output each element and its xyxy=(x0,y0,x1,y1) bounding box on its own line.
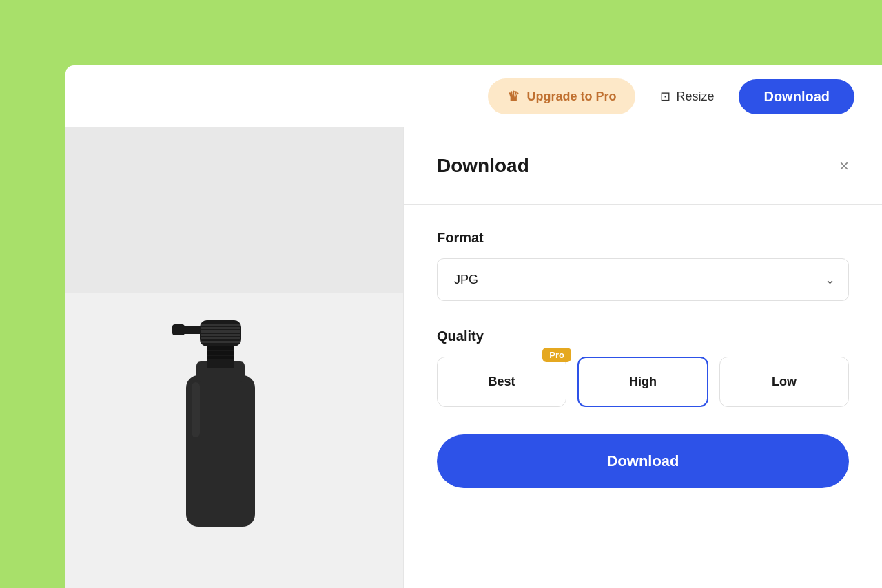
crown-icon: ♛ xyxy=(507,88,520,105)
format-section: Format JPG PNG SVG PDF ⌄ xyxy=(437,230,849,301)
format-select-wrapper: JPG PNG SVG PDF ⌄ xyxy=(437,258,849,301)
quality-best-button[interactable]: Pro Best xyxy=(437,357,566,407)
svg-rect-12 xyxy=(201,330,240,333)
download-header-label: Download xyxy=(763,89,830,104)
svg-rect-7 xyxy=(207,351,234,355)
resize-button[interactable]: ⊡ Resize xyxy=(646,79,728,114)
product-image xyxy=(165,306,303,543)
svg-rect-11 xyxy=(201,327,240,329)
download-dialog: Download × Format JPG PNG SVG PDF ⌄ Qual… xyxy=(403,127,882,588)
quality-options: Pro Best High Low xyxy=(437,357,849,407)
svg-rect-10 xyxy=(201,324,240,326)
format-label: Format xyxy=(437,230,849,246)
download-header-button[interactable]: Download xyxy=(739,79,854,114)
svg-rect-15 xyxy=(201,341,240,343)
dialog-title: Download xyxy=(437,155,529,177)
section-divider xyxy=(404,204,882,205)
upgrade-label: Upgrade to Pro xyxy=(526,90,616,104)
quality-section: Quality Pro Best High Low xyxy=(437,328,849,407)
pro-badge: Pro xyxy=(542,348,571,362)
svg-rect-8 xyxy=(207,356,234,359)
quality-label: Quality xyxy=(437,328,849,344)
svg-rect-9 xyxy=(192,382,200,437)
toolbar: ♛ Upgrade to Pro ⊡ Resize Download xyxy=(65,65,882,127)
download-action-button[interactable]: Download xyxy=(437,434,849,488)
svg-rect-14 xyxy=(201,337,240,339)
upgrade-to-pro-button[interactable]: ♛ Upgrade to Pro xyxy=(488,78,635,114)
svg-rect-6 xyxy=(207,346,234,350)
close-icon: × xyxy=(839,156,849,175)
svg-rect-5 xyxy=(172,324,185,335)
dialog-header: Download × xyxy=(437,155,849,177)
svg-rect-13 xyxy=(201,334,240,336)
close-button[interactable]: × xyxy=(839,158,849,174)
quality-best-label: Best xyxy=(488,375,515,388)
canvas-image-area xyxy=(65,293,403,557)
download-action-label: Download xyxy=(606,452,679,470)
quality-high-button[interactable]: High xyxy=(577,357,708,407)
quality-high-label: High xyxy=(629,375,657,388)
quality-low-label: Low xyxy=(772,375,797,388)
format-select[interactable]: JPG PNG SVG PDF xyxy=(437,258,849,301)
canvas-area xyxy=(65,127,403,588)
canvas-top-strip xyxy=(65,127,403,293)
resize-icon: ⊡ xyxy=(660,89,670,104)
quality-low-button[interactable]: Low xyxy=(719,357,849,407)
resize-label: Resize xyxy=(676,90,714,104)
